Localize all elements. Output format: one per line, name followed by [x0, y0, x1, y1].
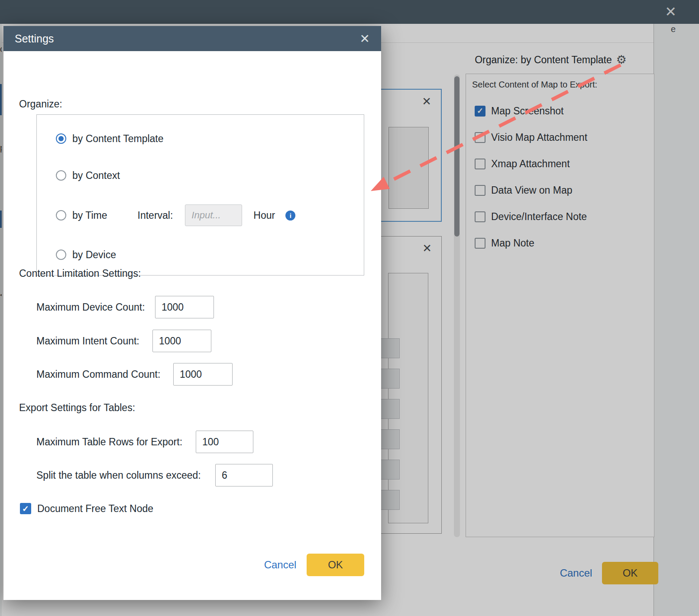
- radio-icon[interactable]: [56, 170, 66, 181]
- settings-close-icon[interactable]: ✕: [360, 32, 370, 46]
- radio-icon[interactable]: [56, 210, 66, 220]
- max-intent-count-input[interactable]: [152, 330, 211, 352]
- settings-dialog: Settings ✕ Organize: by Content Template…: [3, 26, 381, 600]
- max-command-count-label: Maximum Command Count:: [36, 363, 160, 386]
- interval-unit-label: Hour: [253, 210, 275, 221]
- content-limitation-heading: Content Limitation Settings:: [19, 268, 141, 279]
- checkbox-checked-icon[interactable]: [20, 503, 31, 514]
- max-table-rows-label: Maximum Table Rows for Export:: [36, 431, 182, 453]
- settings-ok-button[interactable]: OK: [307, 554, 364, 576]
- settings-titlebar: Settings ✕: [3, 26, 381, 51]
- organize-section-label: Organize:: [19, 98, 62, 110]
- radio-label: by Context: [72, 170, 120, 182]
- document-free-text-checkbox-row[interactable]: Document Free Text Node: [20, 501, 153, 516]
- radio-selected-icon[interactable]: [56, 133, 66, 144]
- radio-icon[interactable]: [56, 250, 66, 260]
- export-tables-heading: Export Settings for Tables:: [19, 402, 135, 414]
- settings-cancel-button[interactable]: Cancel: [263, 554, 298, 576]
- max-table-rows-input[interactable]: [196, 431, 253, 453]
- radio-label: by Device: [72, 249, 116, 261]
- interval-label: Interval:: [138, 210, 173, 221]
- info-icon[interactable]: i: [285, 211, 295, 220]
- radio-by-content-template[interactable]: by Content Template: [56, 131, 164, 146]
- max-command-count-input[interactable]: [173, 363, 233, 386]
- radio-label: by Time: [72, 210, 107, 221]
- document-free-text-label: Document Free Text Node: [37, 503, 153, 515]
- settings-title: Settings: [15, 32, 54, 45]
- radio-by-context[interactable]: by Context: [56, 168, 120, 183]
- screen: ✕ o p < e Organize: by Content Template …: [0, 0, 699, 616]
- max-device-count-label: Maximum Device Count:: [36, 296, 145, 318]
- split-columns-input[interactable]: [215, 464, 273, 486]
- interval-input[interactable]: [185, 204, 242, 226]
- radio-label: by Content Template: [72, 133, 164, 145]
- max-device-count-input[interactable]: [155, 296, 214, 318]
- radio-by-time[interactable]: by Time Interval: Hour i: [56, 204, 295, 226]
- radio-by-device[interactable]: by Device: [56, 247, 116, 262]
- split-columns-label: Split the table when columns exceed:: [36, 464, 201, 486]
- organize-options-group: by Content Template by Context by Time I…: [36, 114, 364, 276]
- max-intent-count-label: Maximum Intent Count:: [36, 330, 139, 352]
